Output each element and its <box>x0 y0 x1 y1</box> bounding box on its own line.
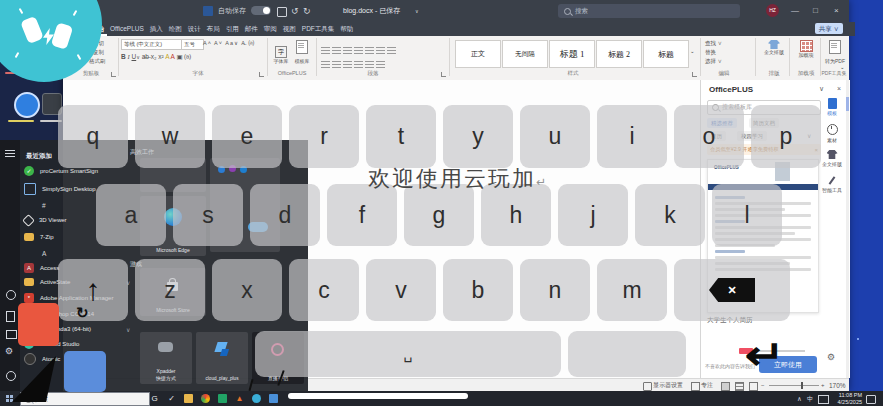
taskbar-app-check-icon[interactable]: ✓ <box>167 394 176 403</box>
titlebar-search[interactable]: 搜索 <box>558 4 740 18</box>
avatar[interactable]: HZ <box>766 4 779 17</box>
key-k[interactable]: k <box>635 184 705 246</box>
full-layout-button[interactable]: 全文排版 <box>760 40 788 55</box>
tab-pdf-tools[interactable]: PDF工具集 <box>299 22 338 36</box>
menu-item-simplysign[interactable]: SimplySign Desktop <box>24 183 96 195</box>
key-backspace[interactable]: ✕ <box>674 259 790 321</box>
desktop-app-icon-atom[interactable] <box>14 92 40 118</box>
key-o[interactable]: o <box>674 105 744 168</box>
view-read-icon[interactable] <box>721 382 730 391</box>
display-settings-icon[interactable] <box>643 382 652 391</box>
font-library-button[interactable]: 字 字体库 <box>273 40 289 64</box>
tray-chevron-icon[interactable]: ∧ <box>797 391 802 406</box>
redo-icon[interactable]: ↻ <box>303 0 311 22</box>
find-button[interactable]: 查找 ∨ <box>705 40 722 47</box>
taskbar-clock[interactable]: 11:08 PM 4/25/2025 <box>832 392 862 405</box>
panel-collapse-icon[interactable]: ∨ <box>819 85 824 93</box>
view-web-icon[interactable] <box>749 382 758 391</box>
tab-view[interactable]: 视图 <box>280 22 299 36</box>
key-shift[interactable]: ↑ <box>58 259 128 321</box>
tab-layout[interactable]: 布局 <box>204 22 223 36</box>
key-r[interactable]: r <box>289 105 359 168</box>
key-enter[interactable]: ↵ <box>745 332 785 378</box>
font-format-icons[interactable]: B I U∨ a̶b̶ x₂ x² A A ▣ ⒜ <box>121 53 191 62</box>
clipboard-dialog-launcher[interactable] <box>111 72 116 77</box>
key-m[interactable]: m <box>597 259 667 321</box>
rail-smart-tools[interactable]: 智能工具 <box>819 176 845 193</box>
convert-pdf-button[interactable]: 转为PDF <box>823 40 847 64</box>
key-q[interactable]: q <box>58 105 128 168</box>
tile-cloud-play-plus[interactable]: cloud_play_plus <box>196 332 248 384</box>
menu-section-hash[interactable]: # <box>42 199 46 211</box>
minimize-button[interactable]: — <box>791 0 799 22</box>
key-c[interactable]: c <box>289 259 359 321</box>
format-painter-button[interactable]: 格式刷 <box>89 58 106 65</box>
style-title[interactable]: 标题 <box>643 40 689 68</box>
key-d[interactable]: d <box>250 184 320 246</box>
panel-scrollbar-thumb[interactable] <box>846 97 849 111</box>
tab-mailings[interactable]: 邮件 <box>242 22 261 36</box>
tab-officeplus[interactable]: OfficePLUS <box>107 22 147 36</box>
power-icon[interactable] <box>6 371 16 381</box>
select-button[interactable]: 选择 ∨ <box>705 58 722 65</box>
menu-hamburger-icon[interactable] <box>5 150 15 158</box>
font-dialog-launcher[interactable] <box>259 72 264 77</box>
tab-draw[interactable]: 绘图 <box>166 22 185 36</box>
ime-keyboard-icon[interactable] <box>818 395 829 404</box>
style-no-spacing[interactable]: 无间隔 <box>502 40 548 68</box>
font-size-select[interactable]: 五号 <box>181 39 204 50</box>
key-x[interactable]: x <box>212 259 282 321</box>
replace-button[interactable]: 替换 <box>705 49 716 56</box>
key-z[interactable]: z <box>135 259 205 321</box>
key-v[interactable]: v <box>366 259 436 321</box>
user-icon[interactable] <box>6 290 16 300</box>
tab-design[interactable]: 设计 <box>185 22 204 36</box>
menu-item-7zip[interactable]: 7-Zip <box>24 231 54 243</box>
font-grow-shrink-icons[interactable]: A˄ A˅ Aa∨ A̶ ⒜ <box>203 40 255 47</box>
taskbar-vlc-icon[interactable]: ▲ <box>235 394 244 403</box>
rail-templates[interactable]: 模板 <box>819 98 845 116</box>
tab-references[interactable]: 引用 <box>223 22 242 36</box>
style-heading2[interactable]: 标题 2 <box>596 40 642 68</box>
taskbar-chrome-icon[interactable] <box>201 394 210 403</box>
key-n[interactable]: n <box>520 259 590 321</box>
title-chevron-icon[interactable]: ∨ <box>415 0 419 22</box>
font-name-select[interactable]: 等线 (中文正文) <box>121 39 183 50</box>
overlay-blue-square[interactable] <box>64 351 106 392</box>
panel-settings-gear-icon[interactable]: ⚙ <box>827 352 835 362</box>
panel-scrollbar[interactable] <box>846 80 849 378</box>
key-s[interactable]: s <box>173 184 243 246</box>
key-y[interactable]: y <box>443 105 513 168</box>
documents-icon[interactable] <box>6 311 15 322</box>
tab-help[interactable]: 帮助 <box>337 22 356 36</box>
taskbar-photos-icon[interactable] <box>269 394 278 403</box>
taskbar-app-g-icon[interactable]: G <box>150 394 159 403</box>
style-heading1[interactable]: 标题 1 <box>549 40 595 68</box>
rail-full-layout[interactable]: 全文排版 <box>819 150 845 167</box>
key-t[interactable]: t <box>366 105 436 168</box>
zoom-slider[interactable] <box>769 385 819 386</box>
key-p[interactable]: p <box>751 105 821 168</box>
rotate-icon[interactable]: ↻ <box>76 304 89 322</box>
collapse-ribbon-icon[interactable]: ⌄ <box>840 64 845 70</box>
tile-xpadder[interactable]: Xpadder 快捷方式 <box>140 332 192 384</box>
settings-gear-icon[interactable]: ⚙ <box>5 346 13 356</box>
key-l[interactable]: l <box>712 184 782 246</box>
menu-section-a[interactable]: A <box>42 247 46 259</box>
view-print-icon[interactable] <box>735 382 744 391</box>
styles-dialog-launcher[interactable] <box>692 72 697 77</box>
zoom-slider-thumb[interactable] <box>801 382 803 389</box>
autosave-toggle[interactable] <box>251 6 271 15</box>
key-space[interactable]: ␣ <box>255 331 561 377</box>
notification-icon[interactable] <box>866 395 876 404</box>
overlay-orange-square[interactable] <box>18 303 59 346</box>
menu-item-access[interactable]: A Access <box>24 262 59 274</box>
key-w[interactable]: w <box>135 105 205 168</box>
key-symbols[interactable] <box>568 331 686 377</box>
focus-icon[interactable] <box>691 382 700 391</box>
pictures-icon[interactable] <box>6 330 17 339</box>
tab-review[interactable]: 审阅 <box>261 22 280 36</box>
key-a[interactable]: a <box>96 184 166 246</box>
panel-close-icon[interactable]: × <box>837 85 841 92</box>
expand-chevron-icon[interactable]: ∨ <box>126 326 130 333</box>
